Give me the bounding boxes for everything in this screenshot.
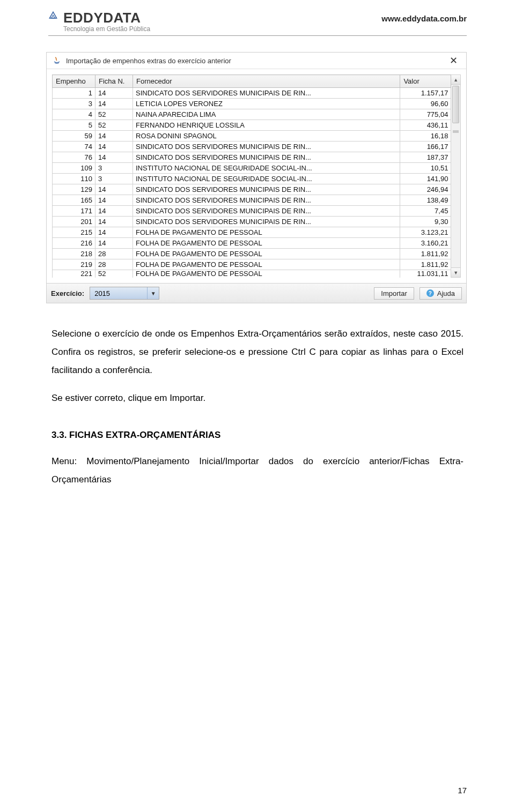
table-row[interactable]: 1103INSTITUTO NACIONAL DE SEGURIDADE SOC…	[53, 174, 451, 184]
table-row[interactable]: 21928FOLHA DE PAGAMENTO DE PESSOAL1.811,…	[53, 259, 451, 270]
cell-valor[interactable]: 11.031,11	[400, 270, 451, 278]
cell-ficha[interactable]: 3	[95, 174, 133, 184]
scroll-down-icon[interactable]: ▼	[451, 267, 460, 277]
cell-fornecedor[interactable]: FOLHA DE PAGAMENTO DE PESSOAL	[133, 227, 400, 238]
exercicio-dropdown[interactable]: 2015 ▼	[90, 287, 159, 300]
scroll-up-icon[interactable]: ▲	[451, 75, 460, 85]
cell-valor[interactable]: 246,94	[400, 184, 451, 195]
cell-ficha[interactable]: 14	[95, 195, 133, 206]
cell-empenho[interactable]: 110	[53, 174, 95, 184]
cell-valor[interactable]: 138,49	[400, 195, 451, 206]
cell-valor[interactable]: 3.123,21	[400, 227, 451, 238]
cell-ficha[interactable]: 28	[95, 259, 133, 270]
table-row[interactable]: 314LETICIA LOPES VERONEZ96,60	[53, 99, 451, 109]
table-row[interactable]: 21614FOLHA DE PAGAMENTO DE PESSOAL3.160,…	[53, 238, 451, 249]
table-row[interactable]: 21514FOLHA DE PAGAMENTO DE PESSOAL3.123,…	[53, 227, 451, 238]
cell-fornecedor[interactable]: FOLHA DE PAGAMENTO DE PESSOAL	[133, 270, 400, 278]
cell-ficha[interactable]: 52	[95, 270, 133, 278]
cell-fornecedor[interactable]: SINDICATO DOS SERVIDORES MUNICIPAIS DE R…	[133, 141, 400, 152]
cell-empenho[interactable]: 129	[53, 184, 95, 195]
col-header-fornecedor[interactable]: Fornecedor	[133, 75, 400, 88]
cell-valor[interactable]: 141,90	[400, 174, 451, 184]
cell-valor[interactable]: 16,18	[400, 131, 451, 141]
cell-ficha[interactable]: 14	[95, 238, 133, 249]
table-row[interactable]: 16514SINDICATO DOS SERVIDORES MUNICIPAIS…	[53, 195, 451, 206]
vertical-scrollbar[interactable]: ▲ ▼	[451, 75, 461, 278]
table-row[interactable]: 21828FOLHA DE PAGAMENTO DE PESSOAL1.811,…	[53, 249, 451, 259]
cell-ficha[interactable]: 14	[95, 131, 133, 141]
cell-empenho[interactable]: 165	[53, 195, 95, 206]
scrollbar-thumb[interactable]	[452, 86, 459, 123]
cell-ficha[interactable]: 14	[95, 99, 133, 109]
cell-valor[interactable]: 187,37	[400, 152, 451, 163]
cell-empenho[interactable]: 4	[53, 109, 95, 120]
col-header-valor[interactable]: Valor	[400, 75, 451, 88]
ajuda-button[interactable]: ? Ajuda	[420, 287, 462, 300]
cell-fornecedor[interactable]: INSTITUTO NACIONAL DE SEGURIDADE SOCIAL-…	[133, 163, 400, 174]
table-row[interactable]: 20114SINDICATO DOS SERVIDORES MUNICIPAIS…	[53, 217, 451, 227]
cell-valor[interactable]: 436,11	[400, 120, 451, 131]
data-grid[interactable]: Empenho Ficha N. Fornecedor Valor 114SIN…	[52, 75, 451, 278]
cell-fornecedor[interactable]: SINDICATO DOS SERVIDORES MUNICIPAIS DE R…	[133, 152, 400, 163]
cell-fornecedor[interactable]: INSTITUTO NACIONAL DE SEGURIDADE SOCIAL-…	[133, 174, 400, 184]
cell-ficha[interactable]: 14	[95, 184, 133, 195]
cell-empenho[interactable]: 221	[53, 270, 95, 278]
chevron-down-icon[interactable]: ▼	[147, 287, 159, 299]
cell-ficha[interactable]: 14	[95, 88, 133, 99]
cell-ficha[interactable]: 28	[95, 249, 133, 259]
table-row[interactable]: 12914SINDICATO DOS SERVIDORES MUNICIPAIS…	[53, 184, 451, 195]
cell-empenho[interactable]: 5	[53, 120, 95, 131]
cell-empenho[interactable]: 201	[53, 217, 95, 227]
cell-valor[interactable]: 775,04	[400, 109, 451, 120]
cell-empenho[interactable]: 216	[53, 238, 95, 249]
table-row[interactable]: 552FERNANDO HENRIQUE LOSSILA436,11	[53, 120, 451, 131]
cell-valor[interactable]: 9,30	[400, 217, 451, 227]
importar-button[interactable]: Importar	[374, 287, 414, 300]
cell-valor[interactable]: 3.160,21	[400, 238, 451, 249]
cell-fornecedor[interactable]: FOLHA DE PAGAMENTO DE PESSOAL	[133, 249, 400, 259]
table-row[interactable]: 114SINDICATO DOS SERVIDORES MUNICIPAIS D…	[53, 88, 451, 99]
cell-valor[interactable]: 96,60	[400, 99, 451, 109]
cell-empenho[interactable]: 3	[53, 99, 95, 109]
close-button[interactable]: ✕	[446, 56, 461, 65]
cell-empenho[interactable]: 218	[53, 249, 95, 259]
cell-fornecedor[interactable]: SINDICATO DOS SERVIDORES MUNICIPAIS DE R…	[133, 217, 400, 227]
col-header-ficha[interactable]: Ficha N.	[95, 75, 133, 88]
table-row[interactable]: 17114SINDICATO DOS SERVIDORES MUNICIPAIS…	[53, 206, 451, 217]
cell-fornecedor[interactable]: ROSA DONINI SPAGNOL	[133, 131, 400, 141]
cell-fornecedor[interactable]: FERNANDO HENRIQUE LOSSILA	[133, 120, 400, 131]
cell-empenho[interactable]: 74	[53, 141, 95, 152]
cell-ficha[interactable]: 14	[95, 152, 133, 163]
cell-valor[interactable]: 1.157,17	[400, 88, 451, 99]
table-row[interactable]: 7614SINDICATO DOS SERVIDORES MUNICIPAIS …	[53, 152, 451, 163]
cell-fornecedor[interactable]: NAINA APARECIDA LIMA	[133, 109, 400, 120]
cell-ficha[interactable]: 3	[95, 163, 133, 174]
cell-ficha[interactable]: 14	[95, 227, 133, 238]
col-header-empenho[interactable]: Empenho	[53, 75, 95, 88]
cell-valor[interactable]: 1.811,92	[400, 249, 451, 259]
table-row[interactable]: 5914ROSA DONINI SPAGNOL16,18	[53, 131, 451, 141]
cell-ficha[interactable]: 14	[95, 217, 133, 227]
cell-ficha[interactable]: 14	[95, 206, 133, 217]
cell-valor[interactable]: 166,17	[400, 141, 451, 152]
cell-empenho[interactable]: 59	[53, 131, 95, 141]
table-row[interactable]: 452NAINA APARECIDA LIMA775,04	[53, 109, 451, 120]
cell-fornecedor[interactable]: SINDICATO DOS SERVIDORES MUNICIPAIS DE R…	[133, 88, 400, 99]
cell-empenho[interactable]: 171	[53, 206, 95, 217]
cell-ficha[interactable]: 14	[95, 141, 133, 152]
cell-empenho[interactable]: 1	[53, 88, 95, 99]
cell-empenho[interactable]: 109	[53, 163, 95, 174]
table-row[interactable]: 1093INSTITUTO NACIONAL DE SEGURIDADE SOC…	[53, 163, 451, 174]
cell-ficha[interactable]: 52	[95, 120, 133, 131]
table-row[interactable]: 22152FOLHA DE PAGAMENTO DE PESSOAL11.031…	[53, 270, 451, 278]
cell-fornecedor[interactable]: SINDICATO DOS SERVIDORES MUNICIPAIS DE R…	[133, 184, 400, 195]
cell-ficha[interactable]: 52	[95, 109, 133, 120]
cell-fornecedor[interactable]: LETICIA LOPES VERONEZ	[133, 99, 400, 109]
cell-fornecedor[interactable]: FOLHA DE PAGAMENTO DE PESSOAL	[133, 238, 400, 249]
table-row[interactable]: 7414SINDICATO DOS SERVIDORES MUNICIPAIS …	[53, 141, 451, 152]
cell-empenho[interactable]: 215	[53, 227, 95, 238]
cell-valor[interactable]: 10,51	[400, 163, 451, 174]
cell-empenho[interactable]: 76	[53, 152, 95, 163]
cell-fornecedor[interactable]: FOLHA DE PAGAMENTO DE PESSOAL	[133, 259, 400, 270]
cell-valor[interactable]: 1.811,92	[400, 259, 451, 270]
